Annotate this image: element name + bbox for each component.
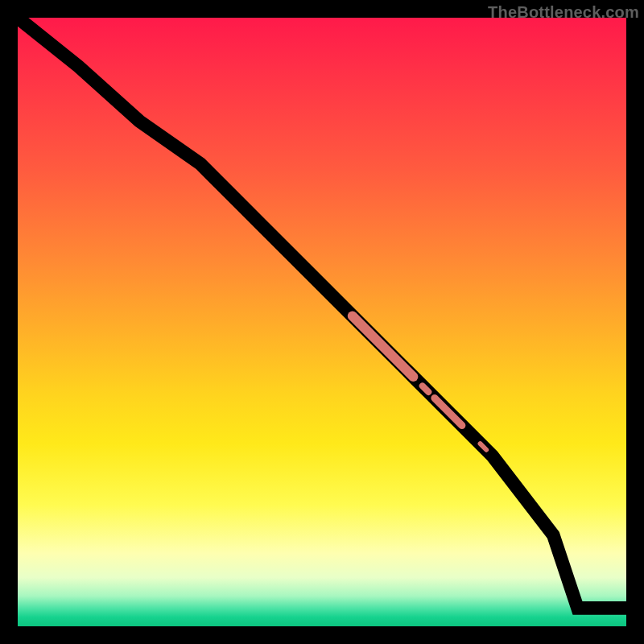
highlight-dot-1	[423, 386, 429, 392]
highlight-segment-thick-1	[353, 316, 414, 377]
chart-svg	[18, 18, 626, 626]
watermark-text: TheBottleneck.com	[488, 3, 639, 22]
chart-frame: TheBottleneck.com	[0, 0, 644, 644]
plot-area	[18, 18, 626, 626]
bottleneck-curve	[18, 18, 626, 608]
highlight-segment-thin-1	[435, 398, 462, 426]
